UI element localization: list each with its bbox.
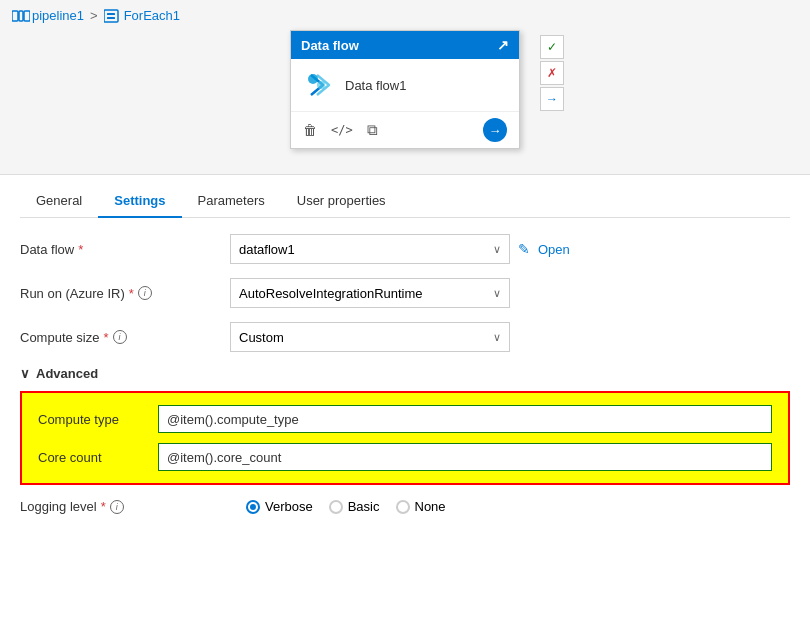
dataflow-card-title: Data flow [301, 38, 359, 53]
data-flow-label: Data flow * [20, 242, 230, 257]
tab-parameters[interactable]: Parameters [182, 185, 281, 218]
compute-size-row: Compute size * i Custom ∨ [20, 322, 790, 352]
dataflow-card-body: Data flow1 [291, 59, 519, 111]
compute-size-control: Custom ∨ [230, 322, 790, 352]
arrow-icon: → [489, 123, 502, 138]
tab-settings[interactable]: Settings [98, 185, 181, 218]
svg-point-6 [308, 74, 318, 84]
data-flow-row: Data flow * dataflow1 ∨ ✎ Open [20, 234, 790, 264]
compute-type-row: Compute type [38, 405, 772, 433]
compute-size-select[interactable]: Custom ∨ [230, 322, 510, 352]
foreach-icon [104, 9, 120, 23]
edit-pencil-icon[interactable]: ✎ [518, 241, 530, 257]
required-star-4: * [101, 499, 106, 514]
breadcrumb-foreach[interactable]: ForEach1 [104, 8, 180, 23]
radio-none[interactable]: None [396, 499, 446, 514]
validate-button[interactable]: ✓ [540, 35, 564, 59]
advanced-highlight-box: Compute type Core count [20, 391, 790, 485]
logging-level-label: Logging level * i [20, 499, 230, 514]
chevron-down-icon-2: ∨ [493, 287, 501, 300]
breadcrumb-pipeline[interactable]: pipeline1 [12, 8, 84, 23]
bottom-panel: General Settings Parameters User propert… [0, 175, 810, 544]
info-icon[interactable]: i [138, 286, 152, 300]
dataflow-item-name: Data flow1 [345, 78, 406, 93]
core-count-label: Core count [38, 450, 158, 465]
svg-rect-0 [12, 11, 18, 21]
breadcrumb: pipeline1 > ForEach1 [12, 8, 798, 23]
canvas-area: pipeline1 > ForEach1 Data flow ↗ [0, 0, 810, 175]
copy-icon[interactable]: ⧉ [367, 121, 378, 139]
collapse-icon: ∨ [20, 366, 30, 381]
data-flow-select[interactable]: dataflow1 ∨ [230, 234, 510, 264]
radio-circle-verbose [246, 500, 260, 514]
breadcrumb-foreach-label: ForEach1 [124, 8, 180, 23]
svg-rect-5 [107, 17, 115, 19]
side-icons: ✓ ✗ → [540, 35, 564, 111]
run-on-control: AutoResolveIntegrationRuntime ∨ [230, 278, 790, 308]
svg-rect-1 [19, 11, 23, 21]
external-link-icon[interactable]: ↗ [497, 37, 509, 53]
logging-level-row: Logging level * i Verbose Basic None [20, 499, 790, 514]
dataflow-card-header: Data flow ↗ [291, 31, 519, 59]
radio-basic[interactable]: Basic [329, 499, 380, 514]
dataflow-card-actions: 🗑 </> ⧉ → [291, 111, 519, 148]
svg-rect-3 [104, 10, 118, 22]
breadcrumb-pipeline-label: pipeline1 [32, 8, 84, 23]
radio-group: Verbose Basic None [246, 499, 446, 514]
svg-point-7 [317, 81, 325, 89]
info-icon-2[interactable]: i [113, 330, 127, 344]
radio-verbose[interactable]: Verbose [246, 499, 313, 514]
required-star-2: * [129, 286, 134, 301]
advanced-section: ∨ Advanced Compute type Core count [20, 366, 790, 485]
required-star: * [78, 242, 83, 257]
svg-rect-4 [107, 13, 115, 15]
open-link[interactable]: Open [538, 242, 570, 257]
data-flow-control: dataflow1 ∨ ✎ Open [230, 234, 790, 264]
radio-circle-none [396, 500, 410, 514]
run-on-row: Run on (Azure IR) * i AutoResolveIntegra… [20, 278, 790, 308]
pipeline-icon [12, 9, 30, 23]
tab-bar: General Settings Parameters User propert… [20, 175, 790, 218]
compute-size-label: Compute size * i [20, 330, 230, 345]
dataflow-card: Data flow ↗ Data flow1 🗑 </> ⧉ → [290, 30, 520, 149]
core-count-row: Core count [38, 443, 772, 471]
cancel-button[interactable]: ✗ [540, 61, 564, 85]
forward-button[interactable]: → [540, 87, 564, 111]
tab-general[interactable]: General [20, 185, 98, 218]
breadcrumb-separator: > [90, 8, 98, 23]
info-icon-3[interactable]: i [110, 500, 124, 514]
compute-type-input[interactable] [158, 405, 772, 433]
advanced-toggle[interactable]: ∨ Advanced [20, 366, 790, 381]
compute-type-label: Compute type [38, 412, 158, 427]
radio-circle-basic [329, 500, 343, 514]
chevron-down-icon-3: ∨ [493, 331, 501, 344]
navigate-arrow[interactable]: → [483, 118, 507, 142]
delete-icon[interactable]: 🗑 [303, 122, 317, 138]
chevron-down-icon: ∨ [493, 243, 501, 256]
svg-rect-2 [24, 11, 30, 21]
tab-user-properties[interactable]: User properties [281, 185, 402, 218]
run-on-select[interactable]: AutoResolveIntegrationRuntime ∨ [230, 278, 510, 308]
run-on-label: Run on (Azure IR) * i [20, 286, 230, 301]
form-area: Data flow * dataflow1 ∨ ✎ Open Run on (A… [20, 218, 790, 544]
code-icon[interactable]: </> [331, 123, 353, 137]
dataflow-item-icon [303, 69, 335, 101]
core-count-input[interactable] [158, 443, 772, 471]
required-star-3: * [103, 330, 108, 345]
